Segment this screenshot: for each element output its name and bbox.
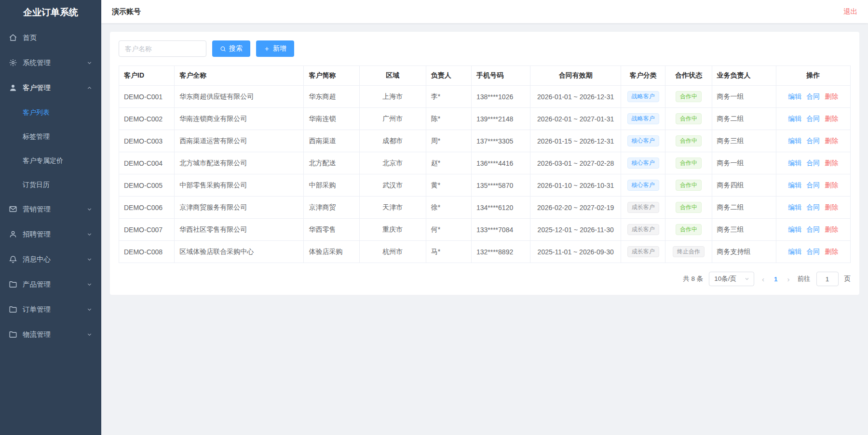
edit-link[interactable]: 编辑: [788, 225, 801, 233]
table-row: DEMO-C002华南连锁商业有限公司华南连锁广州市陈*139****21482…: [119, 108, 851, 130]
delete-link[interactable]: 删除: [825, 225, 838, 233]
category-cell: 成长客户: [621, 219, 665, 241]
category-cell: 成长客户: [621, 197, 665, 219]
page-size-value: 10条/页: [714, 275, 736, 283]
table-row: DEMO-C003西南渠道运营有限公司西南渠道成都市周*137****33052…: [119, 130, 851, 152]
region: 重庆市: [359, 219, 426, 241]
sidebar-item-customer[interactable]: 客户管理: [0, 75, 101, 100]
manager-cell: 商务二组: [712, 108, 776, 130]
column-header-客户简称: 客户简称: [304, 66, 359, 86]
edit-link[interactable]: 编辑: [788, 248, 801, 255]
sidebar-subitem-客户专属定价[interactable]: 客户专属定价: [0, 148, 101, 172]
status-cell: 合作中: [665, 219, 712, 241]
category-tag: 成长客户: [627, 224, 659, 235]
table-row: DEMO-C008区域体验店联合采购中心体验店采购杭州市马*132****889…: [119, 241, 851, 263]
contract-link[interactable]: 合同: [806, 115, 820, 122]
delete-link[interactable]: 删除: [825, 159, 838, 167]
contract-link[interactable]: 合同: [806, 203, 820, 211]
contract-link[interactable]: 合同: [806, 225, 820, 233]
page-size-select[interactable]: 10条/页: [709, 272, 754, 286]
sidebar-item-message[interactable]: 消息中心: [0, 247, 101, 272]
pagination-page-1[interactable]: 1: [772, 276, 780, 283]
contract-link[interactable]: 合同: [806, 181, 820, 189]
sidebar-item-order[interactable]: 订单管理: [0, 297, 101, 322]
owner: 陈*: [426, 108, 471, 130]
actions-cell: 编辑合同删除: [776, 241, 850, 263]
contract-link[interactable]: 合同: [806, 159, 820, 167]
region: 成都市: [359, 130, 426, 152]
pagination-goto-input[interactable]: [816, 272, 839, 286]
delete-link[interactable]: 删除: [825, 115, 838, 122]
customer-id: DEMO-C007: [119, 219, 175, 241]
sidebar-item-marketing[interactable]: 营销管理: [0, 197, 101, 222]
category-tag: 核心客户: [627, 180, 659, 191]
customer-id: DEMO-C004: [119, 152, 175, 174]
edit-link[interactable]: 编辑: [788, 137, 801, 145]
chevron-down-icon: [86, 306, 93, 313]
edit-link[interactable]: 编辑: [788, 181, 801, 189]
customer-short-name: 体验店采购: [304, 241, 359, 263]
sidebar-subitem-订货日历[interactable]: 订货日历: [0, 172, 101, 197]
edit-link[interactable]: 编辑: [788, 92, 801, 100]
status-tag: 合作中: [676, 135, 702, 146]
status-cell: 终止合作: [665, 241, 712, 263]
edit-link[interactable]: 编辑: [788, 115, 801, 122]
customer-full-name: 区域体验店联合采购中心: [175, 241, 304, 263]
add-button[interactable]: 新增: [256, 40, 294, 57]
phone: 136****4416: [471, 152, 530, 174]
delete-link[interactable]: 删除: [825, 92, 838, 100]
app-title: 企业订单系统: [0, 0, 101, 25]
customer-list-card: 搜索 新增 客户ID客户全称客户简称区域负责人手机号码合同有效期客户分类合作状态…: [110, 32, 859, 295]
chevron-down-icon: [86, 206, 93, 212]
status-cell: 合作中: [665, 152, 712, 174]
logout-link[interactable]: 退出: [843, 7, 857, 16]
pagination-page-suffix: 页: [844, 275, 851, 283]
pagination-prev-button[interactable]: ‹: [760, 275, 766, 283]
add-button-label: 新增: [273, 44, 286, 53]
manager-cell: 商务二组: [712, 197, 776, 219]
gear-icon: [9, 58, 17, 67]
category-cell: 核心客户: [621, 174, 665, 197]
category-tag: 战略客户: [627, 113, 659, 124]
folder-icon: [9, 280, 17, 289]
status-tag: 合作中: [676, 202, 702, 213]
customer-id: DEMO-C001: [119, 86, 175, 108]
contract-period: 2026-02-20 ~ 2027-02-19: [530, 197, 621, 219]
sidebar-item-recruit[interactable]: 招聘管理: [0, 222, 101, 247]
customer-id: DEMO-C003: [119, 130, 175, 152]
search-button[interactable]: 搜索: [212, 40, 250, 57]
delete-link[interactable]: 删除: [825, 248, 838, 255]
sidebar-item-logistics[interactable]: 物流管理: [0, 322, 101, 347]
table-row: DEMO-C004北方城市配送有限公司北方配送北京市赵*136****44162…: [119, 152, 851, 174]
status-tag: 合作中: [676, 91, 702, 102]
manager-cell: 商务三组: [712, 219, 776, 241]
plus-icon: [264, 46, 270, 52]
sidebar-subitem-标签管理[interactable]: 标签管理: [0, 124, 101, 148]
edit-link[interactable]: 编辑: [788, 203, 801, 211]
chevron-down-icon: [744, 276, 750, 282]
table-header-row: 客户ID客户全称客户简称区域负责人手机号码合同有效期客户分类合作状态业务负责人操…: [119, 66, 851, 86]
delete-link[interactable]: 删除: [825, 203, 838, 211]
customer-id: DEMO-C005: [119, 174, 175, 197]
sidebar-item-label: 首页: [23, 33, 93, 42]
search-input[interactable]: [119, 40, 206, 57]
customer-short-name: 中部采购: [304, 174, 359, 197]
sidebar-item-product[interactable]: 产品管理: [0, 272, 101, 297]
pagination-next-button[interactable]: ›: [786, 275, 792, 283]
contract-link[interactable]: 合同: [806, 248, 820, 255]
sidebar-item-home[interactable]: 首页: [0, 25, 101, 50]
column-header-负责人: 负责人: [426, 66, 471, 86]
chevron-down-icon: [86, 231, 93, 237]
contract-period: 2025-11-01 ~ 2026-09-30: [530, 241, 621, 263]
home-icon: [9, 33, 17, 42]
delete-link[interactable]: 删除: [825, 137, 838, 145]
account-label: 演示账号: [112, 7, 141, 16]
contract-link[interactable]: 合同: [806, 92, 820, 100]
contract-link[interactable]: 合同: [806, 137, 820, 145]
sidebar-item-system[interactable]: 系统管理: [0, 50, 101, 75]
edit-link[interactable]: 编辑: [788, 159, 801, 167]
delete-link[interactable]: 删除: [825, 181, 838, 189]
status-cell: 合作中: [665, 108, 712, 130]
sidebar-subitem-客户列表[interactable]: 客户列表: [0, 100, 101, 124]
sidebar-item-label: 物流管理: [23, 330, 86, 339]
